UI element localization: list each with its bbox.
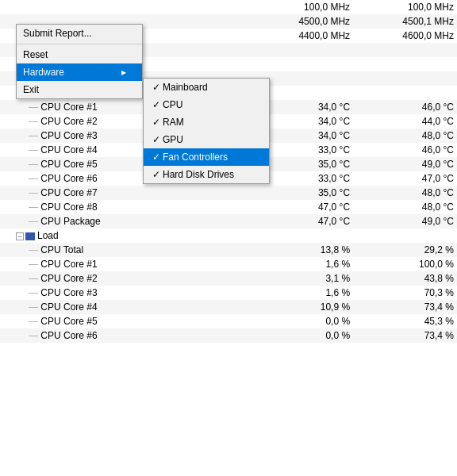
node-text: CPU Core #6 xyxy=(40,330,97,341)
value-current: 0,0 % xyxy=(249,314,353,328)
menu-item-reset-label: Reset xyxy=(23,49,126,60)
value-max xyxy=(353,43,457,57)
tree-node-label: — CPU Total xyxy=(0,243,249,257)
load-icon xyxy=(25,232,35,240)
submenu-item-label: Mainboard xyxy=(163,82,253,93)
value-max: 46,0 °C xyxy=(353,143,457,157)
node-text: CPU Core #2 xyxy=(40,273,97,284)
menu-item-reset[interactable]: Reset xyxy=(17,46,142,63)
node-text: CPU Core #7 xyxy=(40,187,97,198)
tree-dash: — xyxy=(29,259,40,270)
check-icon: ✓ xyxy=(150,152,163,163)
tree-dash: — xyxy=(29,216,40,227)
table-row: — CPU Core #11,6 %100,0 % xyxy=(0,257,457,271)
submenu-item-cpu[interactable]: ✓CPU xyxy=(144,96,269,113)
value-max: 47,0 °C xyxy=(353,171,457,186)
value-max: 44,0 °C xyxy=(353,114,457,129)
value-max: 73,4 % xyxy=(353,328,457,343)
table-row: — CPU Core #31,6 %70,3 % xyxy=(0,286,457,300)
tree-node-label: — CPU Core #2 xyxy=(0,271,249,286)
value-max: 48,0 °C xyxy=(353,186,457,200)
context-menu-wrapper: Submit Report... Reset Hardware Exit ✓Ma… xyxy=(16,24,270,184)
table-row: — CPU Core #23,1 %43,8 % xyxy=(0,271,457,286)
value-max xyxy=(353,86,457,100)
value-max: 48,0 °C xyxy=(353,129,457,143)
tree-dash: — xyxy=(29,287,40,298)
value-max: 49,0 °C xyxy=(353,157,457,171)
value-max: 70,3 % xyxy=(353,286,457,300)
value-max xyxy=(353,71,457,86)
check-icon: ✓ xyxy=(150,134,163,145)
value-current: 3,1 % xyxy=(249,271,353,286)
node-text: CPU Total xyxy=(40,244,83,255)
check-icon: ✓ xyxy=(150,99,163,110)
table-row: — CPU Core #50,0 %45,3 % xyxy=(0,314,457,328)
tree-node-label xyxy=(0,0,249,14)
value-current: 1,6 % xyxy=(249,286,353,300)
node-text: CPU Core #8 xyxy=(40,202,97,213)
value-max: 43,8 % xyxy=(353,271,457,286)
value-max: 46,0 °C xyxy=(353,100,457,114)
value-max: 4600,0 MHz xyxy=(353,29,457,43)
tree-node-label: −Load xyxy=(0,228,249,243)
tree-node-label: — CPU Core #5 xyxy=(0,314,249,328)
table-row: — CPU Total13,8 %29,2 % xyxy=(0,243,457,257)
tree-dash: — xyxy=(29,244,40,255)
tree-node-label: — CPU Core #1 xyxy=(0,257,249,271)
context-menu-level1: Submit Report... Reset Hardware Exit xyxy=(16,24,143,99)
node-text: Load xyxy=(37,230,59,241)
table-row: — CPU Core #60,0 %73,4 % xyxy=(0,328,457,343)
table-row: — CPU Core #410,9 %73,4 % xyxy=(0,300,457,314)
table-row: −Load xyxy=(0,228,457,243)
menu-item-submit-report[interactable]: Submit Report... xyxy=(17,25,142,42)
check-icon: ✓ xyxy=(150,82,163,93)
value-current xyxy=(249,228,353,243)
tree-node-label: — CPU Core #7 xyxy=(0,186,249,200)
check-icon: ✓ xyxy=(150,117,163,128)
tree-node-label: — CPU Core #6 xyxy=(0,328,249,343)
tree-dash: — xyxy=(29,330,40,341)
node-text: CPU Core #3 xyxy=(40,287,97,298)
value-current: 35,0 °C xyxy=(249,186,353,200)
value-max: 29,2 % xyxy=(353,243,457,257)
value-max xyxy=(353,57,457,71)
value-current: 1,6 % xyxy=(249,257,353,271)
table-row: — CPU Package47,0 °C49,0 °C xyxy=(0,214,457,228)
submenu-item-ram[interactable]: ✓RAM xyxy=(144,113,269,131)
node-text: CPU Core #1 xyxy=(40,259,97,270)
submenu-item-label: RAM xyxy=(163,117,253,128)
table-row: — CPU Core #735,0 °C48,0 °C xyxy=(0,186,457,200)
submenu-item-label: CPU xyxy=(163,99,253,110)
value-max: 48,0 °C xyxy=(353,200,457,214)
value-current: 0,0 % xyxy=(249,328,353,343)
node-text: CPU Package xyxy=(40,216,100,227)
submenu-item-gpu[interactable]: ✓GPU xyxy=(144,131,269,148)
menu-item-hardware-label: Hardware xyxy=(23,67,115,78)
node-text: CPU Core #5 xyxy=(40,316,97,327)
value-max: 45,3 % xyxy=(353,314,457,328)
menu-item-submit-report-label: Submit Report... xyxy=(23,28,126,39)
value-current: 47,0 °C xyxy=(249,214,353,228)
context-menu-level2: ✓Mainboard✓CPU✓RAM✓GPU✓Fan Controllers✓H… xyxy=(143,78,270,184)
submenu-item-hard-disk-drives[interactable]: ✓Hard Disk Drives xyxy=(144,166,269,183)
value-current: 10,9 % xyxy=(249,300,353,314)
tree-dash: — xyxy=(29,187,40,198)
submenu-item-fan-controllers[interactable]: ✓Fan Controllers xyxy=(144,148,269,166)
table-row: 100,0 MHz100,0 MHz xyxy=(0,0,457,14)
tree-dash: — xyxy=(29,202,40,213)
tree-dash: — xyxy=(29,301,40,313)
tree-dash: — xyxy=(29,273,40,284)
value-max: 73,4 % xyxy=(353,300,457,314)
value-current: 13,8 % xyxy=(249,243,353,257)
submenu-item-label: GPU xyxy=(163,134,253,145)
node-text: CPU Core #4 xyxy=(40,301,97,313)
submenu-item-mainboard[interactable]: ✓Mainboard xyxy=(144,79,269,96)
menu-item-exit[interactable]: Exit xyxy=(17,81,142,98)
value-current: 100,0 MHz xyxy=(249,0,353,14)
table-row: — CPU Core #847,0 °C48,0 °C xyxy=(0,200,457,214)
value-max: 49,0 °C xyxy=(353,214,457,228)
menu-item-hardware[interactable]: Hardware xyxy=(17,63,142,81)
tree-dash: — xyxy=(29,316,40,327)
tree-node-label: — CPU Package xyxy=(0,214,249,228)
expand-icon[interactable]: − xyxy=(16,232,24,240)
